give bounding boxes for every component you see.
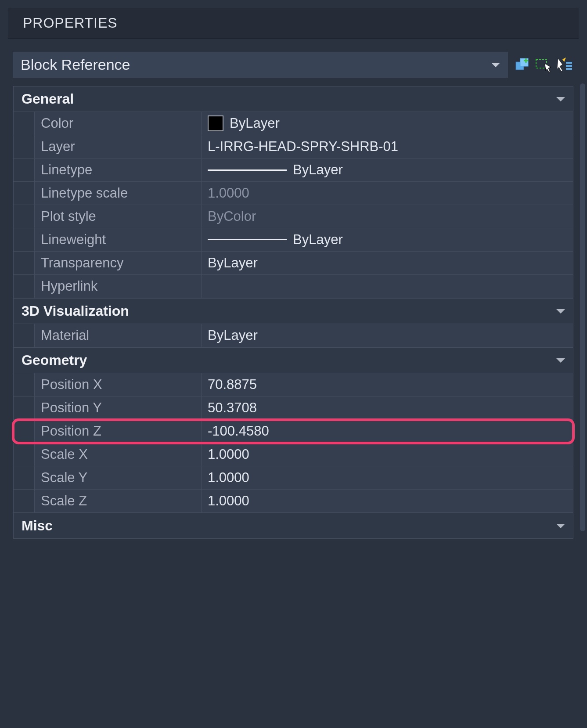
chevron-down-icon [556, 524, 565, 528]
prop-row-material[interactable]: Material ByLayer [13, 324, 573, 347]
prop-value[interactable]: ByLayer [202, 228, 573, 251]
row-spacer [14, 490, 35, 512]
toolbar-icons [514, 56, 574, 74]
section-header-misc[interactable]: Misc [13, 513, 573, 539]
prop-label: Position Z [35, 420, 202, 443]
prop-label: Position Y [35, 396, 202, 419]
linetype-sample-icon [208, 169, 287, 171]
prop-label: Hyperlink [35, 275, 202, 298]
prop-row-linetype-scale[interactable]: Linetype scale 1.0000 [13, 182, 573, 205]
prop-value-text: L-IRRG-HEAD-SPRY-SHRB-01 [208, 139, 398, 155]
svg-rect-3 [566, 62, 572, 64]
row-spacer [14, 324, 35, 347]
prop-value-text: ByLayer [208, 255, 258, 271]
prop-value-text: 1.0000 [208, 470, 249, 486]
prop-value-text: -100.4580 [208, 423, 269, 439]
prop-value-text: ByLayer [293, 162, 343, 178]
color-swatch-icon [208, 115, 223, 131]
chevron-down-icon [556, 97, 565, 101]
row-spacer [14, 205, 35, 228]
section-title: Geometry [22, 352, 87, 368]
prop-row-layer[interactable]: Layer L-IRRG-HEAD-SPRY-SHRB-01 [13, 135, 573, 159]
prop-value-text: ByLayer [230, 115, 280, 131]
svg-rect-1 [520, 58, 528, 66]
prop-row-hyperlink[interactable]: Hyperlink [13, 275, 573, 298]
prop-value[interactable]: -100.4580 [202, 420, 573, 443]
prop-value[interactable]: 1.0000 [202, 490, 573, 512]
prop-row-scale-z[interactable]: Scale Z 1.0000 [13, 490, 573, 513]
prop-label: Linetype scale [35, 182, 202, 205]
prop-row-lineweight[interactable]: Lineweight ByLayer [13, 228, 573, 252]
prop-value-text: 50.3708 [208, 400, 257, 416]
prop-value-text: ByLayer [293, 232, 343, 248]
selector-row: Block Reference [8, 39, 579, 86]
prop-value[interactable]: 50.3708 [202, 396, 573, 419]
section-title: Misc [22, 518, 53, 534]
row-spacer [14, 466, 35, 489]
prop-value-text: 1.0000 [208, 447, 249, 462]
object-type-selector[interactable]: Block Reference [12, 51, 508, 78]
prop-value[interactable]: ByLayer [202, 112, 573, 135]
toggle-pickadd-icon[interactable] [514, 56, 532, 74]
properties-panel: PROPERTIES Block Reference [8, 8, 579, 539]
prop-value[interactable]: L-IRRG-HEAD-SPRY-SHRB-01 [202, 135, 573, 158]
prop-row-linetype[interactable]: Linetype ByLayer [13, 159, 573, 182]
prop-value[interactable]: 70.8875 [202, 373, 573, 396]
prop-row-plot-style[interactable]: Plot style ByColor [13, 205, 573, 228]
prop-row-position-z[interactable]: Position Z -100.4580 [13, 420, 573, 443]
row-spacer [14, 275, 35, 298]
quick-select-icon[interactable] [556, 56, 574, 74]
prop-value[interactable]: ByColor [202, 205, 573, 228]
row-spacer [14, 112, 35, 135]
prop-label: Linetype [35, 159, 202, 181]
prop-row-scale-y[interactable]: Scale Y 1.0000 [13, 466, 573, 490]
row-spacer [14, 443, 35, 466]
chevron-down-icon [556, 358, 565, 363]
prop-value-text: 1.0000 [208, 185, 249, 201]
prop-label: Scale Z [35, 490, 202, 512]
row-spacer [14, 159, 35, 181]
prop-label: Position X [35, 373, 202, 396]
select-objects-icon[interactable] [535, 56, 553, 74]
prop-row-scale-x[interactable]: Scale X 1.0000 [13, 443, 573, 466]
section-header-general[interactable]: General [13, 86, 573, 112]
row-spacer [14, 420, 35, 443]
prop-row-position-y[interactable]: Position Y 50.3708 [13, 396, 573, 420]
section-title: General [22, 91, 74, 107]
prop-value[interactable] [202, 275, 573, 298]
section-header-geometry[interactable]: Geometry [13, 347, 573, 373]
prop-value-text: 1.0000 [208, 493, 249, 509]
prop-value[interactable]: ByLayer [202, 159, 573, 181]
row-spacer [14, 373, 35, 396]
row-spacer [14, 228, 35, 251]
prop-value-text: ByLayer [208, 328, 258, 343]
section-header-3d-visualization[interactable]: 3D Visualization [13, 298, 573, 324]
prop-label: Transparency [35, 252, 202, 274]
section-title: 3D Visualization [22, 303, 129, 319]
row-spacer [14, 182, 35, 205]
row-spacer [14, 252, 35, 274]
prop-row-position-x[interactable]: Position X 70.8875 [13, 373, 573, 396]
prop-value[interactable]: ByLayer [202, 324, 573, 347]
prop-value[interactable]: 1.0000 [202, 466, 573, 489]
prop-row-color[interactable]: Color ByLayer [13, 112, 573, 135]
prop-label: Layer [35, 135, 202, 158]
prop-label: Color [35, 112, 202, 135]
prop-value[interactable]: 1.0000 [202, 182, 573, 205]
prop-row-transparency[interactable]: Transparency ByLayer [13, 252, 573, 275]
prop-value[interactable]: ByLayer [202, 252, 573, 274]
lineweight-sample-icon [208, 239, 287, 240]
prop-label: Scale X [35, 443, 202, 466]
sections-container: General Color ByLayer Layer L-IRRG-HEAD-… [8, 86, 579, 539]
scrollbar[interactable] [580, 83, 585, 531]
prop-value[interactable]: 1.0000 [202, 443, 573, 466]
selector-label: Block Reference [21, 56, 130, 73]
prop-label: Lineweight [35, 228, 202, 251]
prop-label: Plot style [35, 205, 202, 228]
chevron-down-icon [491, 63, 500, 67]
prop-value-text: ByColor [208, 209, 256, 224]
prop-label: Material [35, 324, 202, 347]
row-spacer [14, 135, 35, 158]
prop-value-text: 70.8875 [208, 377, 257, 393]
row-spacer [14, 396, 35, 419]
